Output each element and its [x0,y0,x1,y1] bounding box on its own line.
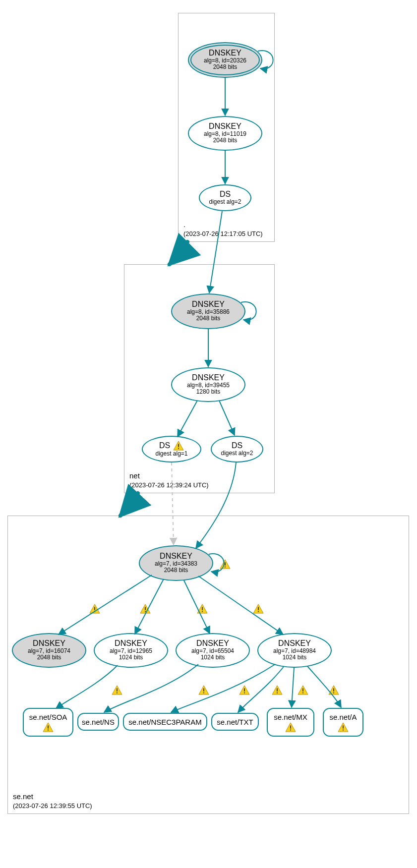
node-senet-ksk-l1: alg=7, id=34383 [155,561,197,568]
svg-rect-40 [302,688,303,691]
zone-net-label: net (2023-07-26 12:39:24 UTC) [129,471,209,490]
svg-rect-1 [178,444,179,447]
svg-rect-37 [277,688,278,691]
warning-icon [220,559,231,569]
node-senet-k16074-l1: alg=7, id=16074 [28,648,70,655]
node-root-ksk-l1: alg=8, id=20326 [204,58,246,64]
svg-rect-19 [145,607,146,610]
node-senet-k12965: DNSKEY alg=7, id=12965 1024 bits [94,633,168,668]
node-net-ds1-l1: digest alg=1 [155,451,187,458]
svg-rect-26 [258,611,259,612]
node-root-ds-l1: digest alg=2 [209,199,241,206]
node-senet-k48984-l2: 1024 bits [283,654,307,661]
rr-a-label: se.net/A [329,713,357,721]
rr-txt: se.net/TXT [211,713,259,731]
svg-rect-23 [202,611,203,612]
zone-senet-label: se.net (2023-07-26 12:39:55 UTC) [13,792,92,810]
node-senet-k12965-l1: alg=7, id=12965 [110,648,152,655]
svg-rect-11 [343,729,344,730]
node-net-ksk-l1: alg=8, id=35886 [187,309,230,316]
warning-icon [338,722,349,732]
node-net-ds2: DS digest alg=2 [211,436,263,463]
node-root-ksk-l2: 2048 bits [213,64,238,71]
node-root-ksk-title: DNSKEY [209,49,241,58]
svg-rect-22 [202,607,203,610]
node-senet-k16074-l2: 2048 bits [37,654,61,661]
node-senet-ksk-title: DNSKEY [160,552,192,561]
warning-icon [173,441,184,451]
node-root-ds-title: DS [220,190,231,199]
zone-senet-name: se.net [13,792,92,802]
node-senet-k65504: DNSKEY alg=7, id=65504 1024 bits [176,633,250,668]
node-net-ds2-l1: digest alg=2 [221,450,253,457]
rr-txt-label: se.net/TXT [217,718,253,726]
zone-net-timestamp: (2023-07-26 12:39:24 UTC) [129,481,209,490]
svg-rect-2 [178,448,179,449]
node-senet-k16074-title: DNSKEY [33,639,65,648]
rr-ns-label: se.net/NS [82,718,115,726]
node-senet-k48984-title: DNSKEY [278,639,311,648]
svg-rect-31 [203,688,204,691]
rr-mx-label: se.net/MX [274,713,307,721]
node-root-ds: DS digest alg=2 [199,184,251,211]
svg-rect-43 [333,688,334,691]
svg-rect-5 [48,729,49,730]
zone-net-name: net [129,471,209,481]
svg-rect-10 [343,725,344,728]
warning-icon [239,685,250,695]
node-net-zsk-title: DNSKEY [192,374,225,382]
rr-soa-label: se.net/SOA [29,713,67,721]
warning-icon [43,722,54,732]
rr-mx: se.net/MX [267,708,314,737]
node-senet-k48984-l1: alg=7, id=48984 [273,648,316,655]
node-senet-k16074: DNSKEY alg=7, id=16074 2048 bits [12,633,86,668]
svg-rect-8 [290,729,291,730]
node-net-zsk: DNSKEY alg=8, id=39455 1280 bits [171,367,245,402]
node-net-ds2-title: DS [232,442,242,450]
node-net-ksk-title: DNSKEY [192,300,225,309]
node-net-zsk-l1: alg=8, id=39455 [187,382,230,389]
svg-rect-4 [48,725,49,728]
svg-rect-38 [277,693,278,694]
svg-rect-29 [117,693,118,694]
node-root-zsk-l2: 2048 bits [213,137,238,144]
svg-rect-16 [94,607,95,610]
zone-root-name: . [183,220,263,230]
node-senet-ksk: DNSKEY alg=7, id=34383 2048 bits [139,545,213,581]
warning-icon [140,604,151,614]
node-net-ksk-l2: 2048 bits [196,315,221,322]
node-senet-ksk-l2: 2048 bits [164,567,188,574]
rr-nsec3param: se.net/NSEC3PARAM [123,713,207,731]
svg-rect-14 [225,567,226,568]
rr-a: se.net/A [323,708,363,737]
zone-root-label: . (2023-07-26 12:17:05 UTC) [183,220,263,238]
node-senet-k12965-l2: 1024 bits [119,654,143,661]
zone-senet-timestamp: (2023-07-26 12:39:55 UTC) [13,802,92,810]
warning-icon [285,722,296,732]
warning-icon [328,685,339,695]
node-root-ksk: DNSKEY alg=8, id=20326 2048 bits [188,42,262,78]
node-root-zsk-l1: alg=8, id=11019 [204,131,246,138]
warning-icon [112,685,122,695]
svg-rect-44 [333,693,334,694]
node-root-zsk-title: DNSKEY [209,122,241,131]
node-senet-k65504-l1: alg=7, id=65504 [191,648,234,655]
node-net-zsk-l2: 1280 bits [196,389,221,396]
rr-nsec3param-label: se.net/NSEC3PARAM [128,718,201,726]
svg-rect-20 [145,611,146,612]
rr-ns: se.net/NS [77,713,119,731]
warning-icon [272,685,283,695]
rr-soa: se.net/SOA [23,708,73,737]
warning-icon [198,685,209,695]
svg-rect-25 [258,607,259,610]
svg-rect-7 [290,725,291,728]
warning-icon [253,604,264,614]
svg-rect-41 [302,693,303,694]
svg-rect-17 [94,611,95,612]
warning-icon [89,604,100,614]
svg-rect-32 [203,693,204,694]
warning-icon [298,685,308,695]
node-senet-k48984: DNSKEY alg=7, id=48984 1024 bits [257,633,332,668]
warning-icon [197,604,208,614]
svg-rect-35 [244,693,245,694]
